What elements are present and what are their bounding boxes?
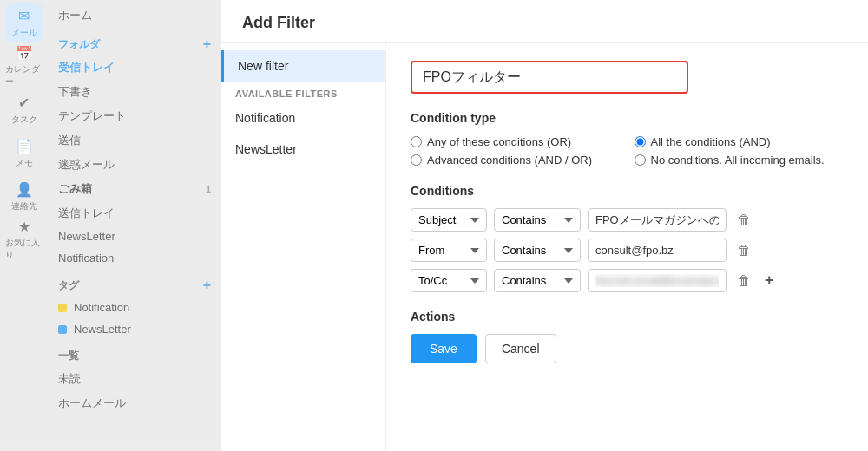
contacts-icon: 👤 (15, 180, 34, 199)
nav-item-calendar[interactable]: 📅 カレンダー (5, 47, 43, 85)
nav-item-memo[interactable]: 📄 メモ (5, 134, 43, 172)
delete-btn-3[interactable]: 🗑 (733, 271, 754, 291)
nav-item-mail[interactable]: ✉ メール (5, 3, 43, 42)
main-header: Add Filter (221, 0, 868, 43)
tag-section-header: タグ + (48, 274, 221, 297)
form-panel: Condition type Any of these conditions (… (386, 43, 868, 451)
main-body: New filter AVAILABLE FILTERS Notificatio… (221, 43, 868, 451)
add-tag-icon[interactable]: + (203, 278, 211, 293)
operator-select-3[interactable]: Contains Does not contain Is Is not (494, 269, 581, 292)
condition-type-grid: Any of these conditions (OR) All the con… (411, 135, 844, 167)
sidebar-item-notification[interactable]: Notification (48, 247, 221, 269)
tag-dot-yellow (58, 304, 67, 312)
value-input-3[interactable] (588, 269, 727, 292)
sidebar-list-unread[interactable]: 未読 (48, 367, 221, 391)
folder-section-header: フォルダ + (48, 33, 221, 56)
sidebar-item-sent[interactable]: 送信 (48, 128, 221, 153)
page-title: Add Filter (242, 14, 847, 32)
sidebar-tag-notification[interactable]: Notification (48, 297, 221, 318)
nav-item-favorites[interactable]: ★ お気に入り (5, 220, 43, 258)
calendar-icon: 📅 (15, 45, 34, 62)
radio-all-and[interactable]: All the conditions (AND) (635, 135, 845, 148)
field-select-2[interactable]: Subject From To/Cc (411, 239, 487, 262)
save-button[interactable]: Save (411, 334, 477, 363)
filter-panel: New filter AVAILABLE FILTERS Notificatio… (221, 43, 386, 451)
sidebar-folders: ホーム フォルダ + 受信トレイ 下書き テンプレート 送信 迷惑メール ご (48, 0, 221, 451)
btn-row: Save Cancel (411, 334, 844, 363)
sidebar-item-templates[interactable]: テンプレート (48, 104, 221, 128)
operator-select-2[interactable]: Contains Does not contain Is Is not (494, 239, 581, 262)
filter-name-input[interactable] (411, 61, 688, 94)
condition-type-label: Condition type (411, 111, 844, 125)
nav-icons: ✉ メール 📅 カレンダー ✔ タスク 📄 メモ 👤 連絡先 ★ お気に入り (0, 0, 48, 451)
sidebar-list-home-mail[interactable]: ホームメール (48, 391, 221, 415)
operator-select-1[interactable]: Contains Does not contain Is Is not (494, 208, 581, 232)
field-select-1[interactable]: Subject From To/Cc (411, 208, 487, 232)
available-filters-label: AVAILABLE FILTERS (221, 82, 385, 102)
sidebar-item-newsletter[interactable]: NewsLetter (48, 226, 221, 247)
condition-row-1: Subject From To/Cc Contains Does not con… (411, 208, 844, 232)
tag-dot-blue (58, 325, 67, 334)
sidebar-item-spam[interactable]: 迷惑メール (48, 153, 221, 177)
nav-item-contacts[interactable]: 👤 連絡先 (5, 177, 43, 215)
value-input-1[interactable] (588, 208, 727, 232)
radio-advanced-input[interactable] (411, 154, 422, 166)
condition-row-3: Subject From To/Cc Contains Does not con… (411, 269, 844, 292)
conditions-label: Conditions (411, 184, 844, 198)
delete-btn-1[interactable]: 🗑 (733, 211, 754, 230)
sidebar-item-drafts[interactable]: 下書き (48, 80, 221, 104)
add-condition-btn[interactable]: + (761, 270, 778, 291)
sidebar-item-outbox[interactable]: 送信トレイ (48, 201, 221, 226)
filter-item-newsletter[interactable]: NewsLetter (221, 134, 385, 165)
radio-no-conditions-input[interactable] (635, 154, 646, 166)
memo-icon: 📄 (15, 136, 34, 155)
condition-row-2: Subject From To/Cc Contains Does not con… (411, 239, 844, 262)
sidebar: ✉ メール 📅 カレンダー ✔ タスク 📄 メモ 👤 連絡先 ★ お気に入り (0, 0, 221, 451)
radio-any-or[interactable]: Any of these conditions (OR) (411, 135, 621, 148)
radio-advanced[interactable]: Advanced conditions (AND / OR) (411, 154, 621, 167)
radio-all-and-input[interactable] (635, 136, 646, 147)
actions-label: Actions (411, 310, 844, 324)
new-filter-item[interactable]: New filter (221, 50, 385, 82)
sidebar-tag-newsletter[interactable]: NewsLetter (48, 318, 221, 340)
radio-any-or-input[interactable] (411, 136, 422, 147)
sidebar-item-trash[interactable]: ごみ箱 1 (48, 177, 221, 201)
field-select-3[interactable]: Subject From To/Cc (411, 269, 487, 292)
radio-no-conditions[interactable]: No conditions. All incoming emails. (635, 154, 845, 167)
nav-item-task[interactable]: ✔ タスク (5, 90, 43, 128)
task-icon: ✔ (15, 93, 34, 112)
value-input-2[interactable] (588, 239, 727, 262)
delete-btn-2[interactable]: 🗑 (733, 241, 754, 260)
main-content: Add Filter New filter AVAILABLE FILTERS … (221, 0, 868, 451)
add-folder-icon[interactable]: + (203, 36, 211, 52)
sidebar-home[interactable]: ホーム (48, 3, 221, 28)
mail-icon: ✉ (15, 6, 34, 25)
favorites-icon: ★ (15, 219, 34, 235)
list-section-header: 一覧 (48, 345, 221, 367)
conditions-section: Conditions Subject From To/Cc Contains D… (411, 184, 844, 292)
actions-section: Actions Save Cancel (411, 310, 844, 363)
sidebar-item-inbox[interactable]: 受信トレイ (48, 56, 221, 80)
cancel-button[interactable]: Cancel (485, 334, 556, 363)
filter-item-notification[interactable]: Notification (221, 102, 385, 134)
